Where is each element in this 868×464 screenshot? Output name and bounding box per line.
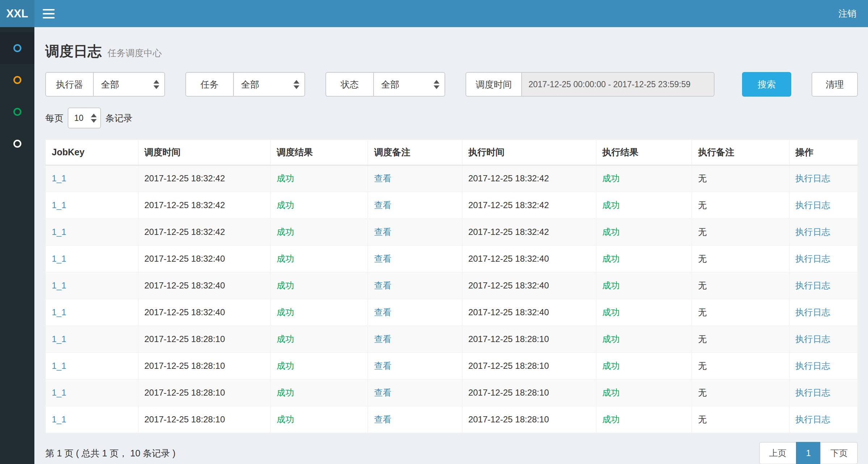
cell-trigger_time: 2017-12-25 18:32:42 (138, 192, 271, 219)
trigger-msg-link[interactable]: 查看 (374, 280, 391, 290)
cell-trigger_time: 2017-12-25 18:28:10 (138, 353, 271, 379)
handle-result: 成功 (602, 227, 620, 237)
trigger-msg-link[interactable]: 查看 (374, 200, 391, 210)
select-arrows-icon (91, 114, 97, 123)
search-button[interactable]: 搜索 (742, 72, 791, 97)
jobkey-link[interactable]: 1_1 (52, 388, 66, 397)
filter-trigger-time: 调度时间 (465, 72, 715, 97)
execution-log-link[interactable]: 执行日志 (796, 361, 830, 371)
filter-executor-select[interactable]: 全部 (93, 72, 165, 97)
cell-trigger_time: 2017-12-25 18:28:10 (138, 379, 271, 406)
trigger-msg-link[interactable]: 查看 (374, 388, 391, 397)
jobkey-link[interactable]: 1_1 (52, 173, 66, 183)
logout-link[interactable]: 注销 (838, 8, 856, 20)
handle-result: 成功 (602, 200, 620, 210)
jobkey-link[interactable]: 1_1 (52, 227, 66, 237)
execution-log-link[interactable]: 执行日志 (796, 173, 830, 183)
circle-icon (13, 140, 21, 148)
cell-job_key: 1_1 (46, 192, 138, 219)
trigger-result: 成功 (277, 173, 294, 183)
execution-log-link[interactable]: 执行日志 (796, 280, 830, 290)
cell-handle_time: 2017-12-25 18:28:10 (462, 353, 596, 379)
cell-trigger_result: 成功 (270, 272, 368, 299)
cell-handle_time: 2017-12-25 18:32:42 (462, 192, 596, 219)
hamburger-icon (43, 9, 55, 18)
cell-trigger_result: 成功 (270, 379, 368, 406)
trigger-result: 成功 (277, 200, 294, 210)
app-root: XXL 注销 调度日志 任务调度中心 执行器 全部 (0, 0, 868, 464)
cell-handle_time: 2017-12-25 18:28:10 (462, 326, 596, 353)
jobkey-link[interactable]: 1_1 (52, 334, 66, 344)
execution-log-link[interactable]: 执行日志 (796, 307, 830, 317)
sidebar-item-3[interactable] (0, 96, 34, 128)
trigger-msg-link[interactable]: 查看 (374, 307, 391, 317)
handle-time: 2017-12-25 18:28:10 (468, 414, 549, 424)
trigger-msg-link[interactable]: 查看 (374, 361, 391, 371)
execution-log-link[interactable]: 执行日志 (796, 334, 830, 344)
trigger-msg-link[interactable]: 查看 (374, 254, 391, 263)
pagination-page-1-button[interactable]: 1 (796, 442, 821, 464)
handle-result: 成功 (602, 280, 620, 290)
jobkey-link[interactable]: 1_1 (52, 200, 66, 210)
cell-handle_result: 成功 (596, 192, 692, 219)
trigger-result: 成功 (277, 414, 294, 424)
filter-status-select[interactable]: 全部 (373, 72, 445, 97)
cell-action: 执行日志 (789, 353, 858, 379)
pagination-prev-button[interactable]: 上页 (759, 442, 797, 464)
trigger-time: 2017-12-25 18:32:42 (144, 173, 225, 183)
execution-log-link[interactable]: 执行日志 (796, 414, 830, 424)
cell-job_key: 1_1 (46, 379, 138, 406)
trigger-msg-link[interactable]: 查看 (374, 173, 391, 183)
trigger-time: 2017-12-25 18:28:10 (144, 414, 225, 424)
handle-msg: 无 (698, 388, 707, 397)
cell-trigger_result: 成功 (270, 192, 368, 219)
filter-trigger-time-input[interactable] (521, 72, 715, 97)
filter-status-label: 状态 (325, 72, 373, 97)
trigger-time: 2017-12-25 18:32:42 (144, 200, 225, 210)
select-arrows-icon (153, 80, 159, 89)
pagination: 上页 1 下页 (759, 442, 858, 464)
pagination-next-button[interactable]: 下页 (820, 442, 858, 464)
page-title: 调度日志 任务调度中心 (45, 44, 858, 60)
jobkey-link[interactable]: 1_1 (52, 254, 66, 263)
circle-icon (13, 44, 21, 52)
execution-log-link[interactable]: 执行日志 (796, 200, 830, 210)
trigger-msg-link[interactable]: 查看 (374, 227, 391, 237)
cell-trigger_time: 2017-12-25 18:32:40 (138, 245, 271, 272)
jobkey-link[interactable]: 1_1 (52, 361, 66, 371)
trigger-result: 成功 (277, 280, 294, 290)
page-size-select[interactable]: 10 (68, 107, 101, 128)
filter-job-select[interactable]: 全部 (233, 72, 305, 97)
trigger-result: 成功 (277, 388, 294, 397)
cell-trigger_result: 成功 (270, 326, 368, 353)
sidebar-item-4[interactable] (0, 128, 34, 160)
table-row: 1_12017-12-25 18:28:10成功查看2017-12-25 18:… (46, 406, 858, 433)
cell-handle_result: 成功 (596, 353, 692, 379)
trigger-msg-link[interactable]: 查看 (374, 334, 391, 344)
cell-action: 执行日志 (789, 165, 858, 192)
sidebar-item-2[interactable] (0, 64, 34, 96)
trigger-msg-link[interactable]: 查看 (374, 414, 391, 424)
sidebar-toggle-button[interactable] (34, 0, 63, 27)
table-row: 1_12017-12-25 18:28:10成功查看2017-12-25 18:… (46, 326, 858, 353)
cell-action: 执行日志 (789, 299, 858, 326)
handle-time: 2017-12-25 18:28:10 (468, 334, 549, 344)
execution-log-link[interactable]: 执行日志 (796, 388, 830, 397)
cell-trigger_msg: 查看 (368, 219, 462, 245)
cell-handle_result: 成功 (596, 299, 692, 326)
app-logo[interactable]: XXL (0, 0, 34, 27)
execution-log-link[interactable]: 执行日志 (796, 227, 830, 237)
cell-handle_time: 2017-12-25 18:32:42 (462, 219, 596, 245)
main-content: 调度日志 任务调度中心 执行器 全部 任务 全部 (34, 27, 868, 464)
page-size-prefix: 每页 (45, 112, 63, 124)
jobkey-link[interactable]: 1_1 (52, 414, 66, 424)
cell-trigger_msg: 查看 (368, 353, 462, 379)
clear-button[interactable]: 清理 (812, 72, 858, 97)
execution-log-link[interactable]: 执行日志 (796, 254, 830, 263)
sidebar-item-1[interactable] (0, 32, 34, 64)
jobkey-link[interactable]: 1_1 (52, 280, 66, 290)
cell-handle_msg: 无 (692, 353, 789, 379)
content-header: 调度日志 任务调度中心 (45, 27, 858, 72)
column-header-action: 操作 (789, 140, 858, 165)
jobkey-link[interactable]: 1_1 (52, 307, 66, 317)
